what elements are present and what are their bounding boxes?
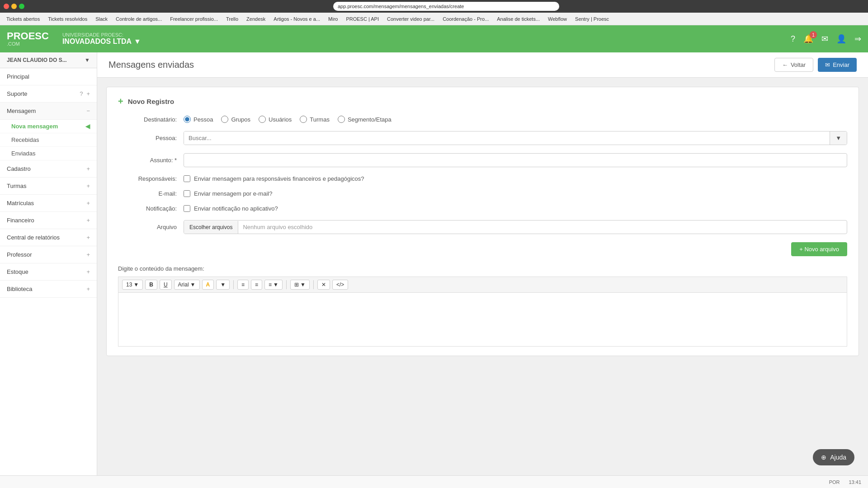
assunto-label: Assunto: * bbox=[118, 157, 177, 164]
plus-icon[interactable]: + bbox=[86, 90, 90, 97]
mail-icon[interactable]: ✉ bbox=[821, 34, 828, 44]
plus-icon[interactable]: + bbox=[86, 217, 90, 224]
editor-area[interactable] bbox=[118, 292, 847, 347]
pessoa-select-wrapper: ▼ bbox=[184, 131, 847, 145]
destinatario-label: Destinatário: bbox=[118, 116, 177, 123]
plus-icon[interactable]: + bbox=[86, 165, 90, 172]
code-btn[interactable]: </> bbox=[332, 280, 348, 290]
sidebar-item-recebidas[interactable]: Recebidas bbox=[0, 133, 97, 147]
plus-icon[interactable]: + bbox=[86, 268, 90, 275]
responsaveis-checkbox[interactable] bbox=[184, 175, 190, 182]
plus-icon[interactable]: + bbox=[86, 234, 90, 241]
underline-btn[interactable]: U bbox=[160, 280, 172, 290]
bookmark-slack[interactable]: Slack bbox=[93, 15, 110, 23]
plus-icon[interactable]: + bbox=[86, 200, 90, 206]
header-icons: ? 🔔 1 ✉ 👤 ⇒ bbox=[791, 34, 861, 44]
clear-format-btn[interactable]: ✕ bbox=[317, 280, 330, 290]
plus-icon[interactable]: + bbox=[86, 286, 90, 292]
form-area: + Novo Registro Destinatário: Pessoa Gru… bbox=[106, 87, 859, 356]
plus-icon[interactable]: + bbox=[86, 183, 90, 189]
radio-grupos[interactable]: Grupos bbox=[221, 116, 250, 123]
sidebar-user[interactable]: JEAN CLAUDIO DO S... ▼ bbox=[0, 52, 97, 68]
font-size-btn[interactable]: 13 ▼ bbox=[122, 280, 143, 290]
help-circle-icon: ⊕ bbox=[821, 454, 826, 461]
sidebar-item-turmas[interactable]: Turmas + bbox=[0, 178, 97, 195]
sidebar-item-financeiro[interactable]: Financeiro + bbox=[0, 212, 97, 229]
university-info: UNIVERSIDADE PROESC: INOVADADOS LTDA ▼ bbox=[62, 32, 141, 46]
radio-usuarios[interactable]: Usuários bbox=[259, 116, 292, 123]
sidebar-item-label: Matrículas bbox=[7, 200, 34, 206]
bookmark-tickets-resolvidos[interactable]: Tickets resolvidos bbox=[45, 15, 90, 23]
choose-files-button[interactable]: Escolher arquivos bbox=[184, 221, 238, 234]
sidebar-item-label: Professor bbox=[7, 251, 32, 258]
pessoa-search-input[interactable] bbox=[184, 131, 830, 145]
font-family-btn[interactable]: Arial ▼ bbox=[174, 280, 200, 290]
help-float-button[interactable]: ⊕ Ajuda bbox=[813, 449, 854, 465]
sidebar-item-suporte[interactable]: Suporte ? + bbox=[0, 85, 97, 103]
minus-icon[interactable]: − bbox=[86, 108, 90, 114]
send-button[interactable]: ✉ Enviar bbox=[818, 58, 857, 72]
bold-btn[interactable]: B bbox=[145, 280, 157, 290]
radio-segmento[interactable]: Segmento/Etapa bbox=[338, 116, 392, 123]
sidebar-item-central-relatorios[interactable]: Central de relatórios + bbox=[0, 229, 97, 246]
help-icon[interactable]: ? bbox=[791, 34, 795, 44]
bookmark-trello[interactable]: Trello bbox=[223, 15, 241, 23]
radio-turmas[interactable]: Turmas bbox=[300, 116, 330, 123]
email-checkbox[interactable] bbox=[184, 190, 190, 197]
table-btn[interactable]: ⊞ ▼ bbox=[290, 280, 310, 290]
notificacao-checkbox-label: Enviar notificação no aplicativo? bbox=[194, 205, 278, 212]
logout-icon[interactable]: ⇒ bbox=[854, 34, 861, 44]
bookmark-webflow[interactable]: Webflow bbox=[545, 15, 570, 23]
notificacao-row: Notificação: Enviar notificação no aplic… bbox=[118, 205, 847, 212]
unordered-list-btn[interactable]: ≡ bbox=[237, 280, 249, 290]
sidebar-item-mensagem[interactable]: Mensagem − bbox=[0, 103, 97, 120]
pessoa-dropdown-btn[interactable]: ▼ bbox=[830, 131, 847, 145]
notification-badge: 1 bbox=[810, 31, 817, 38]
bookmark-analise[interactable]: Analise de tickets... bbox=[494, 15, 542, 23]
user-icon[interactable]: 👤 bbox=[836, 34, 846, 44]
radio-turmas-label: Turmas bbox=[310, 116, 330, 123]
sidebar-item-enviadas[interactable]: Enviadas bbox=[0, 147, 97, 160]
responsaveis-checkbox-label: Enviar mensagem para responsáveis financ… bbox=[194, 175, 364, 182]
align-btn[interactable]: ≡ ▼ bbox=[264, 280, 283, 290]
company-name[interactable]: INOVADADOS LTDA ▼ bbox=[62, 38, 141, 46]
bookmark-freelancer[interactable]: Freelancer profissio... bbox=[167, 15, 221, 23]
bookmark-tickets-abertos[interactable]: Tickets abertos bbox=[4, 15, 42, 23]
sidebar-item-matriculas[interactable]: Matrículas + bbox=[0, 195, 97, 212]
help-circle-icon[interactable]: ? bbox=[80, 90, 83, 97]
bookmark-proesc-api[interactable]: PROESC | API bbox=[343, 15, 382, 23]
notificacao-checkbox[interactable] bbox=[184, 205, 190, 212]
arquivo-label: Arquivo bbox=[118, 224, 177, 230]
new-file-button[interactable]: + Novo arquivo bbox=[791, 242, 847, 256]
user-dropdown-icon: ▼ bbox=[85, 57, 90, 63]
sidebar-item-label: Turmas bbox=[7, 183, 27, 189]
sidebar-item-label: Cadastro bbox=[7, 165, 31, 172]
dropdown-arrow-icon: ▼ bbox=[134, 38, 141, 46]
sidebar-item-cadastro[interactable]: Cadastro + bbox=[0, 160, 97, 178]
sidebar-item-biblioteca[interactable]: Biblioteca + bbox=[0, 281, 97, 298]
ordered-list-btn[interactable]: ≡ bbox=[251, 280, 262, 290]
font-color-btn[interactable]: A bbox=[202, 280, 214, 290]
back-button[interactable]: ← Voltar bbox=[774, 58, 813, 72]
url-bar[interactable]: app.proesc.com/mensagem/mensagens_enviad… bbox=[333, 2, 559, 11]
sidebar-item-principal[interactable]: Principal bbox=[0, 68, 97, 85]
bookmark-miro[interactable]: Miro bbox=[326, 15, 340, 23]
message-content-label: Digite o conteúdo da mensagem: bbox=[118, 265, 847, 272]
sidebar: JEAN CLAUDIO DO S... ▼ Principal Suporte… bbox=[0, 52, 97, 475]
radio-pessoa[interactable]: Pessoa bbox=[184, 116, 213, 123]
assunto-input[interactable] bbox=[184, 153, 847, 167]
bookmark-coordenacao[interactable]: Coordenação - Pro... bbox=[440, 15, 491, 23]
sidebar-item-label: Biblioteca bbox=[7, 286, 32, 292]
color-dropdown-btn[interactable]: ▼ bbox=[216, 280, 230, 290]
bookmark-sentry[interactable]: Sentry | Proesc bbox=[572, 15, 612, 23]
bookmark-zendesk[interactable]: Zendesk bbox=[244, 15, 268, 23]
sidebar-sub-label: Enviadas bbox=[11, 150, 35, 157]
plus-icon[interactable]: + bbox=[86, 251, 90, 258]
sidebar-item-nova-mensagem[interactable]: Nova mensagem ◀ bbox=[0, 120, 97, 133]
notification-icon[interactable]: 🔔 1 bbox=[803, 34, 813, 44]
bookmark-converter[interactable]: Converter video par... bbox=[384, 15, 437, 23]
sidebar-item-professor[interactable]: Professor + bbox=[0, 246, 97, 263]
sidebar-item-estoque[interactable]: Estoque + bbox=[0, 263, 97, 281]
bookmark-artigos[interactable]: Artigos - Novos e a... bbox=[271, 15, 323, 23]
bookmark-controle[interactable]: Controle de artigos... bbox=[113, 15, 165, 23]
